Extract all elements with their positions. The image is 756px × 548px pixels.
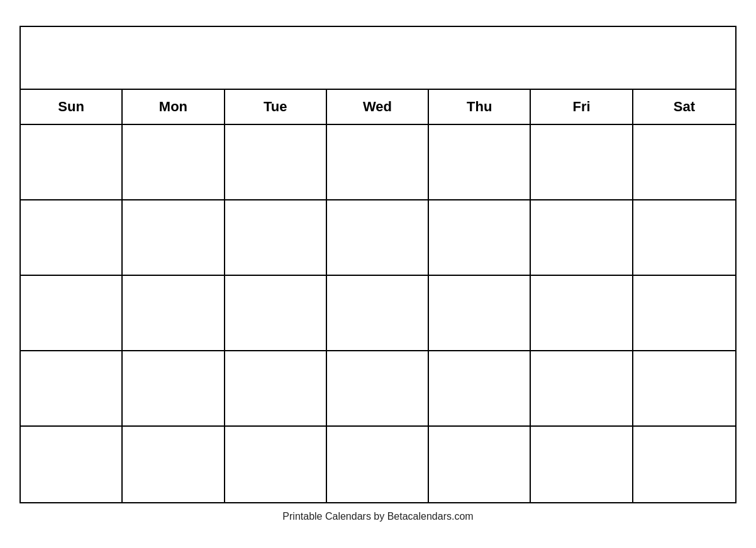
cell-r1-c5[interactable] xyxy=(429,125,531,200)
cell-r4-c5[interactable] xyxy=(429,351,531,427)
cell-r3-c7[interactable] xyxy=(633,276,735,351)
header-cell-sun: Sun xyxy=(21,90,123,124)
cell-r2-c6[interactable] xyxy=(531,200,633,276)
cell-r4-c2[interactable] xyxy=(123,351,225,427)
calendar-row-4 xyxy=(21,351,735,427)
cell-r5-c5[interactable] xyxy=(429,427,531,502)
cell-r4-c3[interactable] xyxy=(225,351,327,427)
header-cell-wed: Wed xyxy=(327,90,429,124)
cell-r1-c2[interactable] xyxy=(123,125,225,200)
cell-r2-c2[interactable] xyxy=(123,200,225,276)
cell-r3-c2[interactable] xyxy=(123,276,225,351)
cell-r5-c3[interactable] xyxy=(225,427,327,502)
footer-text: Printable Calendars by Betacalendars.com xyxy=(282,511,473,522)
cell-r5-c7[interactable] xyxy=(633,427,735,502)
calendar-row-3 xyxy=(21,276,735,351)
cell-r4-c7[interactable] xyxy=(633,351,735,427)
calendar-title-row xyxy=(21,27,735,90)
calendar-row-2 xyxy=(21,200,735,276)
cell-r2-c1[interactable] xyxy=(21,200,123,276)
calendar-header: Sun Mon Tue Wed Thu Fri Sat xyxy=(21,90,735,125)
cell-r2-c5[interactable] xyxy=(429,200,531,276)
cell-r3-c3[interactable] xyxy=(225,276,327,351)
cell-r4-c1[interactable] xyxy=(21,351,123,427)
cell-r1-c6[interactable] xyxy=(531,125,633,200)
cell-r3-c1[interactable] xyxy=(21,276,123,351)
cell-r2-c3[interactable] xyxy=(225,200,327,276)
cell-r5-c2[interactable] xyxy=(123,427,225,502)
header-cell-tue: Tue xyxy=(225,90,327,124)
calendar-row-5 xyxy=(21,427,735,502)
header-cell-sat: Sat xyxy=(633,90,735,124)
cell-r1-c7[interactable] xyxy=(633,125,735,200)
cell-r5-c1[interactable] xyxy=(21,427,123,502)
cell-r4-c6[interactable] xyxy=(531,351,633,427)
cell-r3-c6[interactable] xyxy=(531,276,633,351)
cell-r5-c6[interactable] xyxy=(531,427,633,502)
cell-r2-c4[interactable] xyxy=(327,200,429,276)
calendar-body xyxy=(21,125,735,502)
header-cell-fri: Fri xyxy=(531,90,633,124)
cell-r2-c7[interactable] xyxy=(633,200,735,276)
cell-r3-c5[interactable] xyxy=(429,276,531,351)
calendar-container: Sun Mon Tue Wed Thu Fri Sat xyxy=(19,26,737,503)
header-cell-thu: Thu xyxy=(429,90,531,124)
cell-r5-c4[interactable] xyxy=(327,427,429,502)
cell-r1-c1[interactable] xyxy=(21,125,123,200)
cell-r1-c3[interactable] xyxy=(225,125,327,200)
cell-r3-c4[interactable] xyxy=(327,276,429,351)
calendar-wrapper: Sun Mon Tue Wed Thu Fri Sat xyxy=(19,26,737,522)
header-cell-mon: Mon xyxy=(123,90,225,124)
cell-r4-c4[interactable] xyxy=(327,351,429,427)
calendar-row-1 xyxy=(21,125,735,200)
cell-r1-c4[interactable] xyxy=(327,125,429,200)
